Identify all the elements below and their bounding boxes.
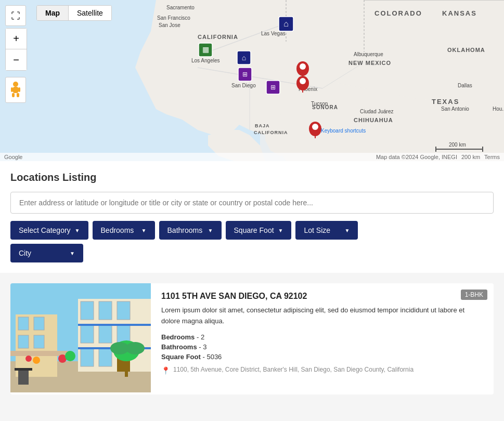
sqft-value: 5036 (206, 353, 222, 361)
svg-rect-93 (15, 368, 32, 371)
bathrooms-label: Bathrooms (167, 226, 203, 234)
svg-point-89 (65, 351, 75, 361)
svg-rect-71 (18, 317, 29, 330)
svg-text:200 km: 200 km (449, 142, 466, 148)
svg-rect-84 (99, 348, 112, 366)
svg-rect-63 (13, 87, 18, 93)
select-category-label: Select Category (19, 226, 71, 234)
city-chevron: ▼ (70, 251, 75, 256)
svg-rect-92 (18, 369, 29, 385)
svg-text:Tucson: Tucson (311, 101, 328, 107)
svg-text:Sacramento: Sacramento (166, 5, 195, 10)
square-foot-button[interactable]: Square Foot ▼ (226, 221, 292, 240)
listing-location: 📍 1100, 5th Avenue, Core District, Banke… (161, 366, 483, 375)
map-footer: Google Map data ©2024 Google, INEGI 200 … (0, 153, 504, 161)
lot-size-chevron: ▼ (345, 228, 350, 233)
svg-text:▦: ▦ (202, 45, 209, 54)
location-pin-icon: 📍 (161, 366, 170, 375)
svg-text:Ciudad Juárez: Ciudad Juárez (360, 109, 393, 114)
map-type-satellite-button[interactable]: Satellite (69, 6, 111, 20)
map-terms-link[interactable]: Terms (484, 154, 500, 160)
svg-text:San Jose: San Jose (159, 22, 180, 28)
square-foot-chevron: ▼ (278, 228, 283, 233)
fullscreen-button[interactable] (5, 5, 26, 26)
svg-text:⌂: ⌂ (283, 19, 289, 28)
svg-text:San Diego: San Diego (231, 83, 256, 88)
svg-text:TEXAS: TEXAS (432, 98, 459, 106)
map-type-control: Map Satellite (36, 5, 112, 21)
svg-text:CALIFORNIA: CALIFORNIA (254, 130, 288, 135)
svg-text:KANSAS: KANSAS (442, 9, 477, 17)
listing-image (10, 283, 151, 394)
svg-rect-86 (78, 324, 151, 326)
svg-rect-66 (11, 87, 13, 92)
google-logo: Google (4, 154, 22, 160)
svg-text:Dallas: Dallas (458, 83, 472, 88)
bathrooms-value: 3 (203, 343, 206, 351)
map-type-map-button[interactable]: Map (37, 6, 69, 20)
svg-point-62 (13, 82, 18, 87)
svg-text:Hou...: Hou... (493, 106, 504, 112)
listing-address: 1101 5TH AVE SAN DIEGO, CA 92102 (161, 292, 483, 301)
svg-point-91 (25, 356, 32, 362)
select-category-chevron: ▼ (75, 228, 80, 233)
svg-rect-64 (12, 93, 15, 97)
svg-rect-73 (18, 335, 29, 348)
svg-text:San Francisco: San Francisco (157, 15, 190, 21)
bathrooms-dash: - (199, 343, 203, 351)
zoom-out-button[interactable]: − (6, 49, 27, 70)
svg-rect-67 (18, 87, 20, 92)
svg-point-49 (300, 78, 306, 84)
square-foot-label: Square Foot (234, 226, 274, 234)
svg-point-97 (126, 342, 145, 354)
svg-text:BAJA: BAJA (255, 123, 270, 128)
map-container: COLORADO KANSAS OKLAHOMA TEXAS CALIFORNI… (0, 0, 504, 161)
svg-rect-78 (99, 301, 112, 320)
sqft-info: Square Foot - 5036 (161, 353, 483, 361)
svg-rect-77 (81, 301, 94, 320)
svg-text:⌂: ⌂ (242, 54, 246, 62)
listing-details: 1101 5TH AVE SAN DIEGO, CA 92102 Lorem i… (151, 283, 494, 394)
svg-text:NEW MEXICO: NEW MEXICO (348, 60, 391, 66)
bathrooms-label-text: Bathrooms (161, 343, 197, 351)
pegman-button[interactable] (5, 77, 26, 103)
svg-rect-81 (99, 325, 112, 343)
search-input[interactable] (10, 192, 494, 214)
bathrooms-info: Bathrooms - 3 (161, 343, 483, 351)
filter-row-1: Select Category ▼ Bedrooms ▼ Bathrooms ▼… (10, 221, 494, 240)
location-text: 1100, 5th Avenue, Core District, Banker'… (173, 366, 413, 373)
listing-meta: Bedrooms - 2 Bathrooms - 3 Square Foot -… (161, 333, 483, 361)
bhk-badge: 1-BHK (461, 290, 487, 300)
listing-card: 1101 5TH AVE SAN DIEGO, CA 92102 Lorem i… (10, 283, 494, 394)
svg-text:CHIHUAHUA: CHIHUAHUA (354, 117, 393, 123)
lot-size-label: Lot Size (304, 226, 330, 234)
lot-size-button[interactable]: Lot Size ▼ (295, 221, 358, 240)
bathrooms-button[interactable]: Bathrooms ▼ (159, 221, 222, 240)
zoom-controls: + − (5, 28, 27, 71)
bedrooms-info: Bedrooms - 2 (161, 333, 483, 341)
svg-point-52 (312, 124, 318, 130)
bedrooms-value: 2 (201, 333, 204, 341)
filter-row-2: City ▼ (10, 244, 494, 262)
svg-rect-65 (17, 93, 19, 97)
svg-point-55 (300, 63, 306, 70)
zoom-in-button[interactable]: + (6, 29, 27, 49)
listing-description: Lorem ipsum dolor sit amet, consectetur … (161, 305, 483, 327)
city-label: City (19, 249, 31, 257)
map-svg: COLORADO KANSAS OKLAHOMA TEXAS CALIFORNI… (0, 0, 504, 161)
svg-text:OKLAHOMA: OKLAHOMA (447, 47, 485, 53)
city-button[interactable]: City ▼ (10, 244, 83, 262)
map-data-attribution: Map data ©2024 Google, INEGI (376, 154, 457, 160)
svg-rect-82 (117, 325, 130, 343)
svg-point-90 (33, 357, 40, 364)
listing-section: Locations Listing Select Category ▼ Bedr… (0, 161, 504, 273)
map-controls: + − (5, 5, 27, 103)
bedrooms-label-text: Bedrooms (161, 333, 195, 341)
select-category-button[interactable]: Select Category ▼ (10, 221, 88, 240)
listing-title: Locations Listing (10, 172, 494, 183)
bedrooms-button[interactable]: Bedrooms ▼ (93, 221, 155, 240)
results-section: 1101 5TH AVE SAN DIEGO, CA 92102 Lorem i… (0, 273, 504, 413)
svg-text:Keyboard shortcuts: Keyboard shortcuts (321, 128, 366, 134)
svg-text:COLORADO: COLORADO (374, 9, 422, 17)
bedrooms-dash: - (197, 333, 201, 341)
